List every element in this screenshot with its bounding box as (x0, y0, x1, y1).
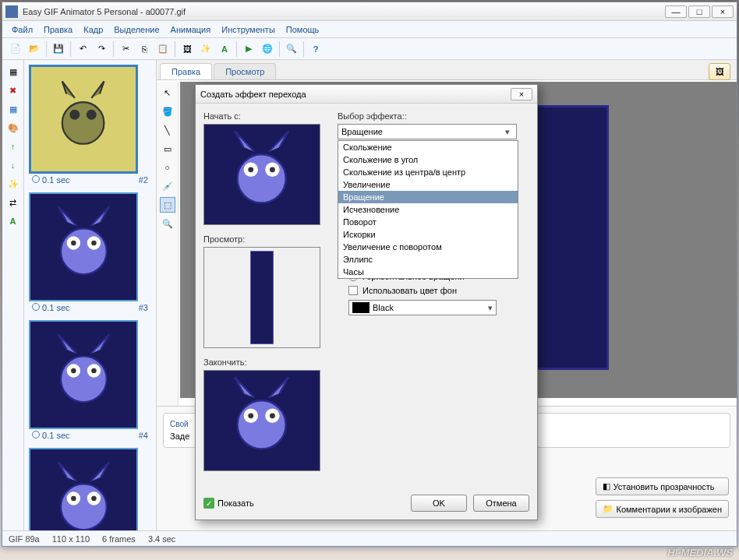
bucket-icon[interactable]: 🪣 (160, 104, 175, 119)
status-frames: 6 frames (102, 534, 136, 544)
frame-item[interactable] (29, 448, 151, 530)
comments-button[interactable]: 📁Комментарии к изображен (596, 500, 729, 518)
dropdown-option[interactable]: Искорки (338, 228, 518, 241)
check-icon: ✓ (203, 498, 214, 509)
menu-edit[interactable]: Правка (39, 23, 77, 36)
window-title: Easy GIF Animator 5 Personal - a00077.gi… (23, 7, 665, 16)
layers-icon[interactable]: ▦ (5, 100, 22, 118)
set-transparency-button[interactable]: ◧Установить прозрачность (596, 477, 729, 495)
frame-number: #3 (139, 303, 148, 312)
dropdown-option[interactable]: Увеличение (338, 178, 518, 191)
tab-edit[interactable]: Правка (160, 63, 212, 79)
frame-thumbnail[interactable] (29, 65, 138, 174)
frame-thumbnail[interactable] (29, 448, 138, 530)
undo-icon[interactable]: ↶ (74, 41, 91, 58)
new-icon[interactable]: 📄 (7, 41, 24, 58)
dropdown-option[interactable]: Часы (338, 266, 518, 278)
dropdown-option[interactable]: Вращение (338, 191, 518, 203)
menu-file[interactable]: Файл (7, 23, 37, 36)
save-icon[interactable]: 💾 (50, 41, 67, 58)
zoom-icon[interactable]: 🔍 (160, 216, 175, 231)
globe-icon[interactable]: 🌐 (259, 41, 276, 58)
use-bgcolor-checkbox[interactable]: Использовать цвет фон (348, 286, 529, 295)
effect-combo[interactable]: Вращение ▾ Скольжение Скольжение в угол … (338, 124, 517, 139)
eyedrop-icon[interactable]: 💉 (160, 178, 175, 194)
tab-preview[interactable]: Просмотр (214, 63, 276, 79)
checkbox-icon (348, 286, 358, 295)
frame-thumbnail[interactable] (29, 320, 138, 429)
options-icon[interactable]: 🖼 (709, 63, 730, 80)
copy-icon[interactable]: ⎘ (136, 41, 153, 58)
text-icon[interactable]: A (216, 41, 233, 58)
color-combo[interactable]: Black ▾ (348, 300, 497, 315)
arrow-up-icon[interactable]: ↑ (5, 138, 22, 155)
maximize-button[interactable]: □ (688, 5, 710, 18)
redo-icon[interactable]: ↷ (93, 41, 110, 58)
status-size: 110 x 110 (52, 534, 90, 544)
end-thumbnail (203, 370, 320, 471)
cut-icon[interactable]: ✂ (117, 41, 134, 58)
frame-item[interactable]: 0.1 sec#3 (29, 192, 151, 314)
dropdown-option[interactable]: Поворот (338, 216, 518, 228)
separator (113, 41, 114, 57)
ok-button[interactable]: OK (411, 495, 467, 512)
dropdown-option[interactable]: Скольжение (338, 141, 518, 153)
app-icon (5, 5, 18, 18)
image-icon[interactable]: 🖼 (179, 41, 196, 58)
dropdown-option[interactable]: Эллипс (338, 253, 518, 266)
open-icon[interactable]: 📂 (26, 41, 43, 58)
flip-icon[interactable]: ⇄ (5, 194, 22, 211)
palette-icon[interactable]: 🎨 (5, 119, 22, 136)
svg-point-20 (249, 414, 254, 419)
cursor-icon[interactable]: ↖ (160, 85, 175, 100)
rect-icon[interactable]: ▭ (160, 141, 175, 157)
dialog-title: Создать эффект перехода (200, 90, 306, 99)
frame-item[interactable]: 0.1 sec#2 (29, 65, 151, 186)
text2-icon[interactable]: A (5, 213, 22, 230)
frame-item[interactable]: 0.1 sec#4 (29, 320, 151, 442)
menu-animation[interactable]: Анимация (166, 23, 216, 36)
clock-icon (32, 431, 40, 438)
frame-thumbnail[interactable] (29, 192, 138, 301)
preview-icon[interactable]: 🔍 (283, 41, 300, 58)
frame-time: 0.1 sec (42, 431, 69, 440)
ellipse-icon[interactable]: ○ (160, 160, 175, 175)
svg-point-5 (91, 240, 97, 245)
help-icon[interactable]: ? (307, 41, 324, 58)
statusbar: GIF 89a 110 x 110 6 frames 3.4 sec (2, 530, 737, 546)
chevron-down-icon: ▾ (484, 303, 496, 313)
cancel-button[interactable]: Отмена (473, 495, 529, 512)
separator (70, 41, 71, 57)
dropdown-option[interactable]: Скольжение в угол (338, 153, 518, 166)
svg-point-0 (70, 110, 80, 120)
separator (46, 41, 47, 57)
svg-point-12 (71, 495, 76, 501)
delete-icon[interactable]: ✖ (5, 82, 22, 99)
move-icon[interactable]: ⬚ (160, 197, 175, 213)
menu-selection[interactable]: Выделение (109, 23, 164, 36)
start-label: Начать с: (203, 111, 328, 121)
chevron-down-icon: ▾ (501, 127, 513, 137)
minimize-button[interactable]: — (665, 5, 687, 18)
start-thumbnail (203, 124, 320, 225)
svg-point-21 (270, 414, 275, 419)
dropdown-option[interactable]: Исчезновение (338, 203, 518, 216)
menu-tools[interactable]: Инструменты (217, 23, 280, 36)
selection-icon[interactable]: ▦ (5, 63, 22, 80)
dropdown-option[interactable]: Увеличение с поворотом (338, 241, 518, 253)
wand-icon[interactable]: ✨ (197, 41, 214, 58)
dropdown-option[interactable]: Скольжение из центра/в центр (338, 166, 518, 178)
play-icon[interactable]: ▶ (240, 41, 257, 58)
preview-strip (250, 251, 274, 344)
paste-icon[interactable]: 📋 (154, 41, 171, 58)
dialog-close-button[interactable]: × (511, 88, 532, 100)
menu-help[interactable]: Помощь (281, 23, 324, 36)
wand2-icon[interactable]: ✨ (5, 175, 22, 192)
arrow-down-icon[interactable]: ↓ (5, 157, 22, 174)
svg-point-1 (87, 110, 97, 120)
menu-frame[interactable]: Кадр (79, 23, 108, 36)
close-button[interactable]: × (712, 5, 734, 18)
status-duration: 3.4 sec (148, 534, 175, 544)
show-checkbox[interactable]: ✓ Показать (203, 498, 254, 509)
line-icon[interactable]: ╲ (160, 122, 175, 138)
